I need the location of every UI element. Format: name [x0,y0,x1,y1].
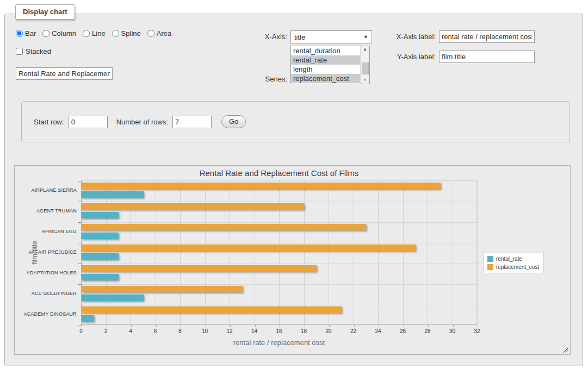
scroll-up-icon[interactable]: ▲ [361,46,369,53]
fieldset-legend: Display chart [15,4,75,20]
legend-label-rental-rate: rental_rate [496,256,522,262]
series-options: rental_duration rental_rate length repla… [291,46,360,84]
x-axis-tick [280,324,280,327]
start-row-input[interactable] [69,116,108,128]
bar-replacement_cost[interactable] [82,203,304,210]
x-tick-label: 10 [194,328,216,334]
bar-rental_rate[interactable] [82,294,144,301]
bar-replacement_cost[interactable] [82,244,416,251]
radio-bar-label: Bar [25,29,36,37]
bar-rental_rate[interactable] [82,212,119,218]
radio-bar[interactable]: Bar [16,29,36,37]
category-label: ADAPTATION HOLES [16,270,77,276]
x-tick-label: 2 [95,328,117,334]
scrollbar-thumb[interactable] [362,62,369,74]
radio-area[interactable]: Area [147,29,171,37]
bar-replacement_cost[interactable] [82,286,243,292]
radio-column[interactable]: Column [42,29,76,37]
y-axis-tick [78,305,82,305]
x-axis-select-label: X-Axis: [233,33,287,41]
radio-line-input[interactable] [83,30,90,37]
y-axis-tick [78,243,82,243]
radio-line[interactable]: Line [83,29,106,37]
legend-label-replacement-cost: replacement_cost [496,264,539,270]
bar-rental_rate[interactable] [82,253,119,260]
bar-replacement_cost[interactable] [82,183,441,189]
category-label: AFRICAN EGG [16,229,77,235]
gridline [477,181,478,324]
radio-line-label: Line [92,29,106,37]
y-axis-tick [78,202,82,202]
radio-area-input[interactable] [147,30,154,37]
resize-handle-icon[interactable] [563,347,568,353]
category-label: AIRPLANE SIERRA [16,187,77,193]
x-axis-tick [131,324,132,327]
y-axis-tick [78,264,82,264]
chart-title-input[interactable] [16,67,113,80]
bar-rental_rate[interactable] [82,233,119,239]
chart-type-radio-group: Bar Column Line Spline Area [16,29,171,37]
series-option-length[interactable]: length [291,65,360,74]
y-axis-tick [78,222,82,223]
gridline [82,243,476,243]
x-tick-label: 30 [442,328,463,334]
gridline [82,264,476,264]
gridline [403,181,404,324]
x-tick-label: 20 [318,328,339,334]
bar-replacement_cost[interactable] [82,265,317,272]
category-label: ACE GOLDFINGER [16,291,77,297]
gridline [106,181,107,324]
x-tick-label: 22 [343,328,364,334]
y-axis-label-input[interactable] [439,51,535,63]
bar-replacement_cost[interactable] [82,224,366,230]
radio-bar-input[interactable] [16,30,23,37]
x-tick-label: 4 [120,328,141,334]
x-axis-tick [478,324,478,327]
bar-rental_rate[interactable] [82,191,144,198]
gridline [180,181,181,324]
chevron-down-icon: ▼ [363,34,368,40]
legend-item-replacement-cost[interactable]: replacement_cost [487,264,539,270]
radio-spline[interactable]: Spline [112,29,141,37]
go-button[interactable]: Go [221,115,246,128]
x-tick-label: 24 [367,328,389,334]
chart-title: Rental Rate and Replacement Cost of Film… [81,168,477,178]
x-axis-tick [305,324,305,327]
series-label: Series: [233,75,287,83]
radio-spline-input[interactable] [112,30,119,37]
stacked-checkbox[interactable] [16,48,23,55]
legend-swatch-rental-rate [487,256,493,262]
gridline [82,284,476,285]
bar-rental_rate[interactable] [82,315,94,322]
x-axis-tick [453,324,454,327]
x-tick-label: 6 [145,328,166,334]
series-option-rental-duration[interactable]: rental_duration [291,46,360,55]
listbox-scrollbar[interactable]: ▲ ▼ [360,46,369,84]
bar-rental_rate[interactable] [82,274,119,280]
radio-column-label: Column [52,29,76,37]
x-axis-title: rental rate / replacement cost [81,338,477,347]
x-axis-select[interactable]: title ▼ [290,30,372,43]
x-axis-tick [107,324,107,327]
stacked-label: Stacked [26,47,51,55]
series-option-rental-rate[interactable]: rental_rate [291,55,360,65]
stacked-checkbox-row[interactable]: Stacked [16,47,51,55]
series-listbox[interactable]: rental_duration rental_rate length repla… [290,46,370,84]
gridline [378,181,379,324]
scroll-down-icon[interactable]: ▼ [361,77,369,84]
x-axis-label-input[interactable] [439,30,535,43]
x-axis-tick [82,324,82,327]
bar-replacement_cost[interactable] [82,306,342,313]
num-rows-input[interactable] [172,116,212,128]
gridline [279,181,280,324]
x-axis-tick [354,324,355,327]
radio-column-input[interactable] [42,30,49,37]
gridline [82,305,476,305]
x-axis-tick [156,324,157,327]
legend-item-rental-rate[interactable]: rental_rate [487,256,539,262]
page: Display chart Bar Column Line Spline [0,0,588,370]
x-tick-label: 18 [293,328,315,334]
x-tick-label: 12 [219,328,240,334]
series-option-replacement-cost[interactable]: replacement_cost [291,74,360,83]
x-axis-tick [404,324,404,327]
